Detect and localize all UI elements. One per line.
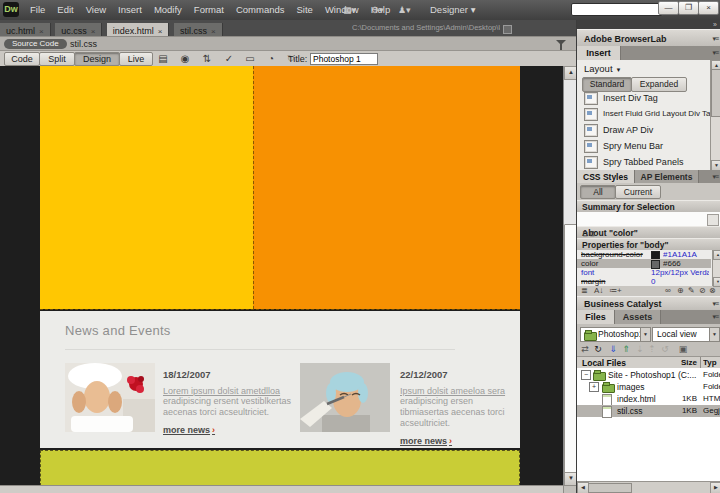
multiscreen-preview-icon[interactable]: ▤ bbox=[156, 53, 170, 65]
news-link[interactable]: Ipsum dolsit ameeloa sera bbox=[400, 386, 518, 396]
site-setup-icon[interactable]: ♟▾ bbox=[398, 0, 411, 20]
injection-photo[interactable] bbox=[300, 363, 390, 432]
resize-grip[interactable] bbox=[563, 486, 576, 493]
related-file-stil-css[interactable]: stil.css bbox=[70, 37, 97, 51]
panel-menu-icon[interactable]: ▾≡ bbox=[712, 297, 718, 311]
tab-files[interactable]: Files bbox=[577, 310, 615, 324]
css-properties-scrollbar[interactable]: ▲ ▼ bbox=[712, 250, 720, 286]
close-tab-icon[interactable]: × bbox=[211, 27, 216, 36]
w3c-validation-icon[interactable]: ✓ bbox=[222, 53, 236, 65]
collapse-to-icons-button[interactable]: » bbox=[577, 20, 720, 29]
refresh-icon[interactable]: ↻ bbox=[592, 343, 604, 356]
scrollbar-thumb[interactable] bbox=[588, 483, 632, 493]
scroll-up-icon[interactable]: ▲ bbox=[713, 250, 720, 260]
css-property-row[interactable]: background-color #1A1A1A bbox=[577, 250, 711, 259]
show-set-properties-icon[interactable]: ≔+ bbox=[609, 286, 622, 295]
menu-commands[interactable]: Commands bbox=[230, 0, 291, 20]
tab-insert[interactable]: Insert bbox=[577, 46, 621, 60]
design-vertical-scrollbar[interactable]: ▲ ▼ bbox=[563, 66, 577, 485]
css-all-button[interactable]: All bbox=[580, 185, 616, 199]
spa-massage-photo[interactable] bbox=[65, 363, 155, 432]
panel-menu-icon[interactable]: ▾≡ bbox=[712, 30, 718, 47]
get-files-icon[interactable]: ⇓ bbox=[607, 343, 619, 356]
design-view-canvas[interactable]: News and Events 18/12/2007 Lorem ipsum d… bbox=[0, 66, 563, 485]
tab-assets[interactable]: Assets bbox=[615, 310, 661, 324]
tab-ap-elements[interactable]: AP Elements bbox=[635, 170, 699, 183]
workspace-switcher[interactable]: Designer ▾ bbox=[430, 0, 475, 20]
expand-icon[interactable]: + bbox=[589, 382, 599, 392]
extend-gear-icon[interactable]: ⚙▾ bbox=[371, 0, 384, 20]
css-property-row[interactable]: color #666 bbox=[577, 259, 711, 268]
site-dropdown[interactable]: Photoshop1 ▼ bbox=[580, 327, 651, 342]
css-current-button[interactable]: Current bbox=[615, 185, 661, 199]
file-management-icon[interactable]: ⇅ bbox=[200, 53, 214, 65]
filter-funnel-icon[interactable] bbox=[556, 40, 566, 45]
insert-category-dropdown[interactable]: Layout▼ bbox=[584, 63, 621, 74]
file-row-stil-css-selected[interactable]: stil.css 1KB Gegj bbox=[577, 405, 720, 417]
insert-div-tag-item[interactable]: Insert Div Tag bbox=[577, 90, 707, 106]
scroll-right-icon[interactable]: ▶ bbox=[710, 482, 720, 493]
menu-site[interactable]: Site bbox=[291, 0, 319, 20]
orange-block[interactable] bbox=[253, 66, 520, 309]
close-button[interactable]: × bbox=[698, 1, 719, 15]
menu-modify[interactable]: Modify bbox=[148, 0, 188, 20]
show-category-view-icon[interactable]: ≣ bbox=[581, 286, 588, 295]
restore-button[interactable]: ❐ bbox=[678, 1, 699, 15]
check-browser-compatibility-icon[interactable]: ▭ bbox=[243, 53, 257, 65]
menu-file[interactable]: File bbox=[24, 0, 51, 20]
show-list-view-icon[interactable]: A↓ bbox=[594, 286, 603, 295]
chevron-down-icon[interactable]: ▼ bbox=[640, 328, 650, 341]
visual-aids-icon[interactable]: ◔ bbox=[264, 53, 278, 65]
source-code-button[interactable]: Source Code bbox=[4, 39, 67, 49]
preview-in-browser-icon[interactable]: ◉ bbox=[178, 53, 192, 65]
menu-edit[interactable]: Edit bbox=[51, 0, 79, 20]
menu-insert[interactable]: Insert bbox=[112, 0, 148, 20]
insert-fluid-grid-item[interactable]: Insert Fluid Grid Layout Div Tag bbox=[577, 106, 707, 122]
expand-panel-icon[interactable]: ▣ bbox=[677, 343, 689, 356]
live-view-button[interactable]: Live bbox=[119, 52, 153, 66]
minimize-button[interactable]: — bbox=[658, 1, 679, 15]
document-title-input[interactable] bbox=[310, 53, 378, 65]
collapse-icon[interactable]: − bbox=[581, 370, 591, 380]
split-view-button[interactable]: Split bbox=[39, 52, 75, 66]
insert-panel-scrollbar[interactable]: ▲ ▼ bbox=[710, 60, 720, 170]
close-tab-icon[interactable]: × bbox=[39, 27, 44, 36]
menu-view[interactable]: View bbox=[80, 0, 112, 20]
footer-block[interactable] bbox=[40, 450, 520, 486]
more-news-link[interactable]: more news› bbox=[163, 425, 215, 435]
menu-format[interactable]: Format bbox=[188, 0, 230, 20]
close-tab-icon[interactable]: × bbox=[91, 27, 96, 36]
code-view-button[interactable]: Code bbox=[4, 52, 40, 66]
app-search-input[interactable] bbox=[571, 3, 663, 16]
file-row-images[interactable]: + images Folder bbox=[577, 381, 720, 393]
spry-tabbed-panels-item[interactable]: Spry Tabbed Panels bbox=[577, 154, 707, 170]
delete-rule-icon[interactable]: ⊗ bbox=[709, 286, 716, 295]
file-row-site[interactable]: − Site - Photoshop1 (C:... Folder bbox=[577, 369, 720, 381]
close-tab-icon[interactable]: × bbox=[158, 27, 163, 36]
menu-window[interactable]: Window bbox=[319, 0, 365, 20]
yellow-block[interactable] bbox=[40, 66, 253, 309]
attach-style-sheet-icon[interactable]: ∞ bbox=[665, 286, 671, 295]
spry-menu-bar-item[interactable]: Spry Menu Bar bbox=[577, 138, 707, 154]
scrollbar-thumb[interactable] bbox=[711, 69, 720, 117]
files-horizontal-scrollbar[interactable]: ◀ ▶ bbox=[577, 481, 720, 493]
news-link[interactable]: Lorem ipsum dolsit ametdlloa bbox=[163, 386, 295, 396]
more-news-link[interactable]: more news› bbox=[400, 436, 452, 446]
view-dropdown[interactable]: Local view ▼ bbox=[652, 327, 720, 342]
edit-rule-icon[interactable]: ✎ bbox=[688, 286, 695, 295]
file-row-index-html[interactable]: index.html 1KB HTML bbox=[577, 393, 720, 405]
design-view-button[interactable]: Design bbox=[74, 52, 120, 66]
chevron-down-icon[interactable]: ▼ bbox=[709, 328, 719, 341]
panel-menu-icon[interactable]: ▾≡ bbox=[712, 310, 718, 324]
new-css-rule-icon[interactable]: ⊕ bbox=[677, 286, 684, 295]
draw-ap-div-item[interactable]: Draw AP Div bbox=[577, 122, 707, 138]
disable-property-icon[interactable]: ⊘ bbox=[699, 286, 706, 295]
tab-css-styles[interactable]: CSS Styles bbox=[577, 170, 635, 183]
panel-menu-icon[interactable]: ▾≡ bbox=[712, 46, 718, 60]
css-property-row[interactable]: margin 0 bbox=[577, 277, 711, 286]
put-files-icon[interactable]: ⇑ bbox=[620, 343, 632, 356]
panel-menu-icon[interactable]: ▾≡ bbox=[712, 170, 718, 183]
css-property-row[interactable]: font 12px/12px Verdana, ... bbox=[577, 268, 711, 277]
connect-remote-icon[interactable]: ⇄ bbox=[579, 343, 591, 356]
layout-switcher-icon[interactable]: ▦▾ bbox=[343, 0, 356, 20]
